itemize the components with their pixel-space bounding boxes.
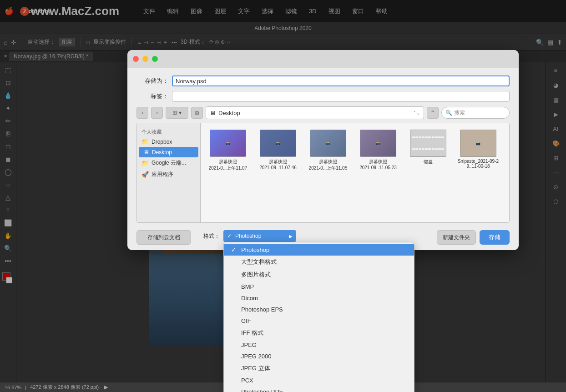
save-button[interactable]: 存储 [480, 230, 510, 245]
dialog-titlebar [127, 50, 519, 68]
forward-button[interactable]: › [151, 107, 163, 119]
file-thumb-2: 📸 [310, 130, 346, 157]
format-option-jpeg[interactable]: JPEG [224, 339, 414, 351]
check-photoshop: ✓ [231, 246, 238, 253]
file-sidebar: 个人收藏 📁 Dropbox 🖥 Desktop 📁 Google 云端... [137, 123, 201, 222]
format-option-dicom[interactable]: Dicom [224, 292, 414, 304]
format-selector: ✓ Photoshop ▶ ✓ Photoshop [223, 230, 296, 242]
format-label-jpeg2000: JPEG 2000 [241, 353, 272, 360]
file-name-4: 键盘 [424, 159, 433, 165]
sidebar-section-label: 个人收藏 [137, 127, 200, 136]
search-icon: 🔍 [445, 110, 452, 116]
expand-button[interactable]: ⌃ [427, 107, 439, 119]
back-button[interactable]: ‹ [136, 107, 148, 119]
location-dropdown[interactable]: 🖥 Desktop ⌃⌄ [206, 106, 424, 119]
cloud-save-button[interactable]: 存储到云文档 [136, 230, 191, 245]
tag-input[interactable] [172, 91, 510, 102]
save-dialog: 存储为： 标签： ‹ › ⊞ ▾ ⊕ 🖥 Desktop ⌃⌄ ⌃ [127, 50, 519, 250]
save-as-row: 存储为： [136, 75, 510, 86]
new-folder-button[interactable]: 新建文件夹 [437, 230, 476, 245]
close-button[interactable] [133, 56, 139, 62]
google-icon: 📁 [142, 160, 149, 166]
minimize-button[interactable] [142, 56, 148, 62]
more-status[interactable]: ▶ [104, 384, 108, 390]
file-grid: 📸 屏幕快照2021-0...上午11.07 📸 屏幕快照2021-09-.11… [201, 123, 509, 222]
file-thumb-4 [410, 130, 446, 157]
sidebar-item-apps[interactable]: 🚀 应用程序 [137, 169, 200, 180]
file-navigator: ‹ › ⊞ ▾ ⊕ 🖥 Desktop ⌃⌄ ⌃ 🔍 搜索 [136, 106, 510, 119]
format-row: 格式： ✓ Photoshop ▶ ✓ Photoshop [195, 230, 433, 242]
dropbox-icon: 📁 [142, 138, 149, 145]
format-selected-label: Photoshop [235, 233, 261, 239]
format-label-dicom: Dicom [241, 295, 258, 302]
search-placeholder: 搜索 [454, 109, 465, 117]
sidebar-item-dropbox[interactable]: 📁 Dropbox [137, 136, 200, 147]
desktop-icon: 🖥 [143, 149, 149, 156]
dropbox-label: Dropbox [152, 139, 172, 145]
file-item-3[interactable]: 📸 屏幕快照2021-09-.11.05.23 [355, 128, 401, 173]
save-as-label: 存储为： [136, 77, 168, 85]
image-size: 4272 像素 x 2848 像素 (72 ppi) [30, 384, 99, 391]
tag-label: 标签： [136, 92, 168, 101]
format-label-photoshop: Photoshop [241, 246, 269, 253]
file-name-3: 屏幕快照2021-09-.11.05.23 [359, 159, 397, 170]
location-icon: 🖥 [210, 110, 216, 116]
format-option-photoshop[interactable]: ✓ Photoshop [224, 244, 414, 256]
file-thumb-5: 📷 [460, 130, 496, 157]
bottom-form: 格式： ✓ Photoshop ▶ ✓ Photoshop [195, 230, 433, 245]
format-option-jpeg2000[interactable]: JPEG 2000 [224, 351, 414, 362]
file-thumb-1: 📸 [260, 130, 296, 157]
file-item-4[interactable]: 键盘 [405, 128, 451, 173]
format-option-large-doc[interactable]: 大型文档格式 [224, 256, 414, 268]
apps-icon: 🚀 [142, 171, 149, 178]
format-label-iff: IFF 格式 [241, 329, 263, 337]
zoom-level: 16.67% [5, 385, 21, 390]
file-name-1: 屏幕快照2021-09-.11.07.46 [259, 159, 297, 170]
format-option-multi[interactable]: 多图片格式 [224, 268, 414, 281]
format-checkmark: ✓ [227, 233, 232, 239]
format-label-multi: 多图片格式 [241, 271, 271, 279]
sidebar-item-desktop[interactable]: 🖥 Desktop [139, 147, 198, 157]
format-label-large-doc: 大型文档格式 [241, 258, 277, 266]
file-item-2[interactable]: 📸 屏幕快照2021-0...上午11.05 [305, 128, 351, 173]
format-label-pcx: PCX [241, 377, 253, 384]
format-dropdown: ✓ Photoshop 大型文档格式 多图片格式 [223, 242, 414, 392]
desktop-label: Desktop [152, 149, 172, 156]
format-option-pdf[interactable]: Photoshop PDF [224, 386, 414, 392]
format-label-eps: Photoshop EPS [241, 306, 283, 313]
search-box[interactable]: 🔍 搜索 [441, 107, 510, 119]
dialog-bottom: 存储到云文档 格式： ✓ Photoshop ▶ ✓ [127, 230, 519, 250]
file-item-1[interactable]: 📸 屏幕快照2021-09-.11.07.46 [255, 128, 301, 173]
format-arrow-icon: ▶ [289, 234, 293, 239]
format-option-gif[interactable]: GIF [224, 315, 414, 327]
file-thumb-0: 📸 [210, 130, 246, 157]
format-option-jpeg-stereo[interactable]: JPEG 立体 [224, 362, 414, 375]
format-label-pdf: Photoshop PDF [241, 388, 283, 392]
format-label-jpeg: JPEG [241, 342, 257, 348]
maximize-button[interactable] [152, 56, 158, 62]
location-label: Desktop [218, 110, 240, 116]
format-option-pcx[interactable]: PCX [224, 375, 414, 386]
dialog-overlay: 存储为： 标签： ‹ › ⊞ ▾ ⊕ 🖥 Desktop ⌃⌄ ⌃ [0, 0, 566, 382]
format-option-iff[interactable]: IFF 格式 [224, 327, 414, 339]
google-label: Google 云端... [152, 159, 186, 167]
sidebar-item-google[interactable]: 📁 Google 云端... [137, 157, 200, 169]
format-label-jpeg-stereo: JPEG 立体 [241, 364, 270, 372]
apps-label: 应用程序 [152, 171, 173, 178]
file-browser: 个人收藏 📁 Dropbox 🖥 Desktop 📁 Google 云端... [136, 123, 510, 223]
status-sep: | [25, 385, 26, 390]
file-item-5[interactable]: 📷 Snipaste_2021-09-29..11-00-18 [455, 128, 501, 173]
dialog-body: 存储为： 标签： ‹ › ⊞ ▾ ⊕ 🖥 Desktop ⌃⌄ ⌃ [127, 68, 519, 230]
format-option-eps[interactable]: Photoshop EPS [224, 304, 414, 315]
file-name-5: Snipaste_2021-09-29..11-00-18 [457, 159, 499, 169]
view-mode-button[interactable]: ⊞ ▾ [166, 107, 188, 119]
file-item-0[interactable]: 📸 屏幕快照2021-0...上午11.07 [205, 128, 251, 173]
format-label-gif: GIF [241, 317, 251, 324]
format-option-bmp[interactable]: BMP [224, 281, 414, 292]
format-display-button[interactable]: ✓ Photoshop ▶ [223, 230, 296, 242]
filename-input[interactable] [172, 75, 510, 86]
file-name-0: 屏幕快照2021-0...上午11.07 [209, 159, 248, 171]
dropdown-arrows: ⌃⌄ [413, 111, 420, 116]
new-folder-icon-button[interactable]: ⊕ [191, 107, 203, 119]
format-label: 格式： [195, 232, 220, 240]
